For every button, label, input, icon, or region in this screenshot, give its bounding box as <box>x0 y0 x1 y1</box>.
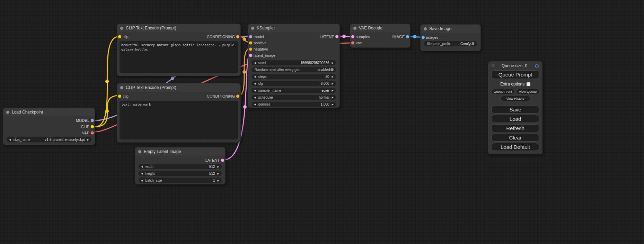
decrement-arrow-icon[interactable]: ◀ <box>141 172 143 175</box>
toggle-dot-icon[interactable] <box>330 68 334 71</box>
node-title-bar[interactable]: Save Image <box>421 25 480 33</box>
node-title-bar[interactable]: Empty Latent Image <box>135 147 225 156</box>
widget-label: steps <box>258 75 266 79</box>
node-empty-latent-image[interactable]: Empty Latent Image LATENT ◀ width 512 ▶ … <box>135 147 226 184</box>
input-slot-latent-image: latent_image <box>248 52 339 58</box>
increment-arrow-icon[interactable]: ▶ <box>218 165 219 168</box>
decrement-arrow-icon[interactable]: ◀ <box>254 75 256 78</box>
increment-arrow-icon[interactable]: ▶ <box>332 82 334 85</box>
decrement-arrow-icon[interactable]: ◀ <box>141 165 143 168</box>
widget-batch-size[interactable]: ◀ batch_size 1 ▶ <box>139 178 222 183</box>
node-title-bar[interactable]: CLIP Text Encode (Prompt) <box>117 24 240 32</box>
widget-filename-prefix[interactable]: filename_prefix ComfyUI <box>424 41 477 46</box>
clear-button[interactable]: Clear <box>491 134 539 142</box>
decrement-arrow-icon[interactable]: ◀ <box>254 103 256 106</box>
slot-dot-image-output[interactable] <box>406 35 409 38</box>
widget-value: 8.000 <box>321 82 329 85</box>
slot-dot-positive-input[interactable] <box>249 42 252 45</box>
slot-dot-model[interactable] <box>91 119 94 122</box>
slot-dot-latent-image-input[interactable] <box>249 54 252 57</box>
prompt-textarea[interactable]: beautiful scenery nature glass bottle la… <box>120 41 238 73</box>
increment-arrow-icon[interactable]: ▶ <box>218 179 219 182</box>
widget-width[interactable]: ◀ width 512 ▶ <box>139 164 222 169</box>
increment-arrow-icon[interactable]: ▶ <box>87 138 89 141</box>
node-vae-decode[interactable]: VAE Decode samples IMAGE vae <box>350 24 411 48</box>
collapse-dot-icon[interactable] <box>251 27 254 30</box>
widget-cfg[interactable]: ◀ cfg 8.000 ▶ <box>252 81 336 86</box>
collapse-dot-icon[interactable] <box>120 27 123 30</box>
drag-handle-icon[interactable]: ⠿ <box>491 64 494 68</box>
slot-row: clip CONDITIONING <box>117 93 240 99</box>
widget-label: Random seed after every gen <box>255 68 300 72</box>
node-title-bar[interactable]: VAE Decode <box>350 24 410 32</box>
slot-label-model: MODEL <box>76 118 89 123</box>
slot-dot-vae[interactable] <box>91 132 94 135</box>
node-title: VAE Decode <box>359 26 382 30</box>
slot-dot-conditioning[interactable] <box>236 35 239 38</box>
node-title-bar[interactable]: KSampler <box>248 24 339 32</box>
collapse-dot-icon[interactable] <box>424 27 427 30</box>
increment-arrow-icon[interactable]: ▶ <box>332 103 334 106</box>
link-model-midpoint <box>171 76 174 80</box>
view-queue-button[interactable]: View Queue <box>516 89 539 94</box>
widget-random-seed-toggle[interactable]: Random seed after every gen enabled <box>252 67 336 72</box>
decrement-arrow-icon[interactable]: ◀ <box>254 96 256 99</box>
increment-arrow-icon[interactable]: ▶ <box>218 172 219 175</box>
settings-gear-icon[interactable]: ⚙ <box>535 63 539 69</box>
slot-dot-negative-input[interactable] <box>249 48 252 51</box>
collapse-dot-icon[interactable] <box>6 111 9 114</box>
output-slot-model: MODEL <box>3 117 95 124</box>
collapse-dot-icon[interactable] <box>353 27 356 30</box>
slot-dot-images-input[interactable] <box>422 36 425 39</box>
widget-denoise[interactable]: ◀ denoise 1.000 ▶ <box>252 102 336 107</box>
node-title-bar[interactable]: CLIP Text Encode (Prompt) <box>117 83 240 92</box>
slot-dot-vae-input[interactable] <box>351 42 354 45</box>
slot-dot-latent[interactable] <box>221 159 224 162</box>
slot-label-image-output: IMAGE <box>392 35 405 39</box>
slot-dot-clip-input[interactable] <box>118 95 121 98</box>
node-clip-text-encode-negative[interactable]: CLIP Text Encode (Prompt) clip CONDITION… <box>117 83 241 143</box>
widget-height[interactable]: ◀ height 512 ▶ <box>139 171 222 176</box>
decrement-arrow-icon[interactable]: ◀ <box>254 89 256 92</box>
widget-seed[interactable]: ◀ seed 156680208700286 ▶ <box>252 60 336 65</box>
decrement-arrow-icon[interactable]: ◀ <box>254 62 256 64</box>
node-clip-text-encode-positive[interactable]: CLIP Text Encode (Prompt) clip CONDITION… <box>117 24 241 76</box>
increment-arrow-icon[interactable]: ▶ <box>332 62 334 64</box>
view-history-button[interactable]: View History <box>501 96 530 101</box>
widget-scheduler[interactable]: ◀ scheduler normal ▶ <box>252 95 336 100</box>
widget-steps[interactable]: ◀ steps 20 ▶ <box>252 74 336 79</box>
increment-arrow-icon[interactable]: ▶ <box>332 89 334 92</box>
widget-label: width <box>145 165 153 169</box>
slot-dot-model-input[interactable] <box>249 35 252 38</box>
queue-front-button[interactable]: Queue Front <box>491 89 514 94</box>
collapse-dot-icon[interactable] <box>120 86 123 89</box>
view-history-row: View History <box>491 96 539 101</box>
comfyui-canvas[interactable]: { "colors": { "model": "#B39DDB", "clip"… <box>0 0 644 244</box>
widget-sampler-name[interactable]: ◀ sampler_name euler ▶ <box>252 88 336 93</box>
slot-dot-samples-input[interactable] <box>351 35 354 38</box>
node-load-checkpoint[interactable]: Load Checkpoint MODEL CLIP VAE ◀ ckpt_na… <box>3 108 95 145</box>
collapse-dot-icon[interactable] <box>138 150 141 153</box>
slot-dot-latent-output[interactable] <box>335 35 338 38</box>
increment-arrow-icon[interactable]: ▶ <box>332 96 334 99</box>
slot-dot-clip[interactable] <box>91 125 94 128</box>
refresh-button[interactable]: Refresh <box>491 124 539 132</box>
slot-dot-conditioning[interactable] <box>236 95 239 98</box>
node-save-image[interactable]: Save Image images filename_prefix ComfyU… <box>420 24 481 51</box>
extra-options-checkbox[interactable] <box>527 82 530 86</box>
slot-dot-clip-input[interactable] <box>118 35 121 38</box>
increment-arrow-icon[interactable]: ▶ <box>332 75 334 78</box>
load-default-button[interactable]: Load Default <box>491 143 539 151</box>
load-button[interactable]: Load <box>491 115 539 123</box>
decrement-arrow-icon[interactable]: ◀ <box>141 179 143 182</box>
link-clip-negative-wire <box>95 96 119 127</box>
decrement-arrow-icon[interactable]: ◀ <box>9 138 11 141</box>
prompt-textarea[interactable]: text, watermark <box>120 101 238 139</box>
widget-ckpt-name[interactable]: ◀ ckpt_name v1-5-pruned-emaonly.ckpt ▶ <box>7 137 91 142</box>
node-title-bar[interactable]: Load Checkpoint <box>3 108 95 116</box>
decrement-arrow-icon[interactable]: ◀ <box>254 82 256 85</box>
queue-prompt-button[interactable]: Queue Prompt <box>491 70 539 79</box>
node-ksampler[interactable]: KSampler model LATENT positive negative … <box>248 24 340 108</box>
widget-label: batch_size <box>145 179 162 182</box>
save-button[interactable]: Save <box>491 106 539 114</box>
